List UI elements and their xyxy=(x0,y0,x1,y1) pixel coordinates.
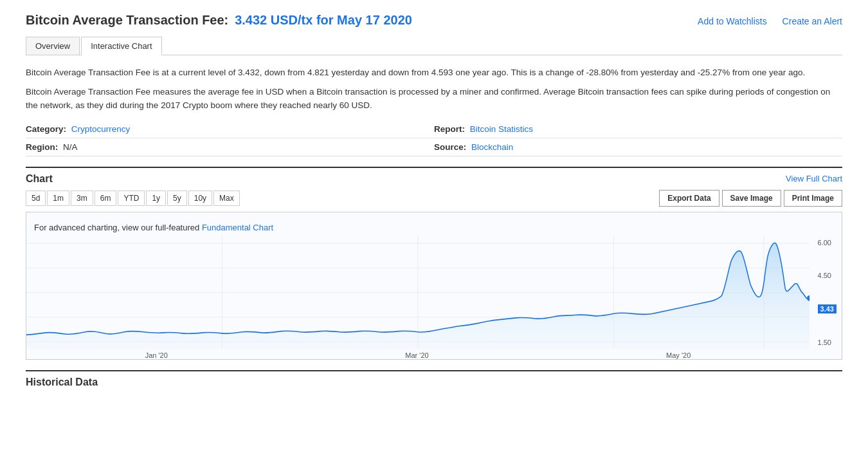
time-btn-6m[interactable]: 6m xyxy=(95,191,117,206)
description-section: Bitcoin Average Transaction Fee is at a … xyxy=(26,66,842,113)
time-btn-1m[interactable]: 1m xyxy=(47,191,69,206)
chart-x-labels: Jan '20 Mar '20 May '20 xyxy=(26,349,842,360)
header-title: Bitcoin Average Transaction Fee: xyxy=(26,13,228,27)
print-image-button[interactable]: Print Image xyxy=(784,190,842,207)
y-label-343: 3.43 xyxy=(818,304,836,313)
y-label-150: 1.50 xyxy=(818,339,836,346)
tabs-bar: Overview Interactive Chart xyxy=(26,37,842,55)
action-buttons: Export Data Save Image Print Image xyxy=(659,190,842,207)
header-links: Add to Watchlists Create an Alert xyxy=(685,16,842,26)
time-btn-ytd[interactable]: YTD xyxy=(118,191,145,206)
export-data-button[interactable]: Export Data xyxy=(659,190,719,207)
time-buttons: 5d 1m 3m 6m YTD 1y 5y 10y Max xyxy=(26,191,240,206)
historical-section: Historical Data xyxy=(26,370,842,388)
report-label: Report: xyxy=(434,124,465,134)
chart-y-labels: 6.00 4.50 3.43 1.50 xyxy=(818,236,836,349)
chart-section: Chart View Full Chart 5d 1m 3m 6m YTD 1y… xyxy=(26,167,842,360)
meta-right: Report: Bitcoin Statistics Source: Block… xyxy=(434,120,842,156)
fundamental-chart-link[interactable]: Fundamental Chart xyxy=(202,223,273,232)
y-label-450: 4.50 xyxy=(818,272,836,279)
chart-title: Chart xyxy=(26,173,53,185)
chart-area: 6.00 4.50 3.43 1.50 xyxy=(26,236,842,349)
create-alert-link[interactable]: Create an Alert xyxy=(782,16,842,26)
region-value: N/A xyxy=(63,142,78,152)
save-image-button[interactable]: Save Image xyxy=(722,190,781,207)
chart-svg xyxy=(26,236,809,349)
x-label-jan20: Jan '20 xyxy=(145,351,168,359)
chart-header: Chart View Full Chart xyxy=(26,167,842,185)
chart-container: For advanced charting, view our full-fea… xyxy=(26,212,842,360)
time-btn-10y[interactable]: 10y xyxy=(188,191,212,206)
meta-section: Category: Cryptocurrency Region: N/A Rep… xyxy=(26,120,842,156)
chart-notice-text: For advanced charting, view our full-fea… xyxy=(34,223,199,232)
source-value[interactable]: Blockchain xyxy=(471,142,513,152)
header-value: 3.432 USD/tx for May 17 2020 xyxy=(235,13,412,27)
chart-controls: 5d 1m 3m 6m YTD 1y 5y 10y Max Export Dat… xyxy=(26,190,842,207)
category-label: Category: xyxy=(26,124,66,134)
time-btn-5d[interactable]: 5d xyxy=(26,191,46,206)
description-para1: Bitcoin Average Transaction Fee is at a … xyxy=(26,66,842,80)
meta-left: Category: Cryptocurrency Region: N/A xyxy=(26,120,434,156)
tab-interactive-chart[interactable]: Interactive Chart xyxy=(81,37,161,55)
source-label: Source: xyxy=(434,142,466,152)
add-to-watchlists-link[interactable]: Add to Watchlists xyxy=(698,16,767,26)
time-btn-1y[interactable]: 1y xyxy=(146,191,166,206)
region-row: Region: N/A xyxy=(26,138,434,156)
description-para2: Bitcoin Average Transaction Fee measures… xyxy=(26,85,842,113)
historical-title: Historical Data xyxy=(26,377,98,387)
source-row: Source: Blockchain xyxy=(434,138,842,156)
tab-overview[interactable]: Overview xyxy=(26,37,80,55)
current-value-badge: 3.43 xyxy=(818,304,836,313)
report-value[interactable]: Bitcoin Statistics xyxy=(470,124,533,134)
x-label-may20: May '20 xyxy=(666,351,691,359)
report-row: Report: Bitcoin Statistics xyxy=(434,120,842,138)
time-btn-5y[interactable]: 5y xyxy=(167,191,187,206)
chart-notice: For advanced charting, view our full-fea… xyxy=(26,219,842,236)
header-section: Bitcoin Average Transaction Fee: 3.432 U… xyxy=(26,13,842,28)
region-label: Region: xyxy=(26,142,58,152)
time-btn-3m[interactable]: 3m xyxy=(71,191,93,206)
view-full-chart-link[interactable]: View Full Chart xyxy=(786,174,842,183)
time-btn-max[interactable]: Max xyxy=(213,191,240,206)
x-label-mar20: Mar '20 xyxy=(405,351,428,359)
y-label-600: 6.00 xyxy=(818,239,836,247)
category-row: Category: Cryptocurrency xyxy=(26,120,434,138)
category-value[interactable]: Cryptocurrency xyxy=(71,124,131,134)
